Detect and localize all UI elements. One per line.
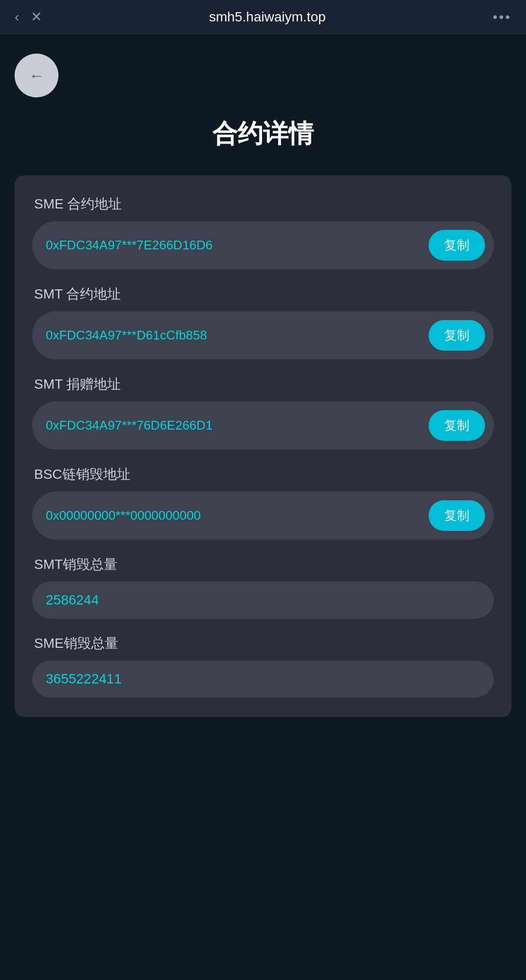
field-label-sme-burn-total: SME销毁总量 <box>32 634 494 653</box>
field-group-smt-contract: SMT 合约地址0xFDC34A97***D61cCfb858复制 <box>32 285 494 359</box>
field-label-sme-contract: SME 合约地址 <box>32 195 494 213</box>
field-value-smt-donation: 0xFDC34A97***76D6E266D1 <box>46 418 421 433</box>
browser-back-icon[interactable]: ‹ <box>15 9 19 25</box>
browser-close-icon[interactable]: ✕ <box>31 9 42 25</box>
back-arrow-icon: ← <box>29 67 44 85</box>
fields-container: SME 合约地址0xFDC34A97***7E266D16D6复制SMT 合约地… <box>32 195 494 697</box>
field-group-sme-burn-total: SME销毁总量3655222411 <box>32 634 494 697</box>
field-value-bsc-burn: 0x00000000***0000000000 <box>46 508 421 523</box>
field-input-row-bsc-burn: 0x00000000***0000000000复制 <box>32 491 494 540</box>
browser-nav: ‹ ✕ <box>15 9 42 25</box>
field-group-bsc-burn: BSC链销毁地址0x00000000***0000000000复制 <box>32 465 494 540</box>
browser-bar: ‹ ✕ smh5.haiwaiym.top ••• <box>0 0 526 34</box>
field-label-bsc-burn: BSC链销毁地址 <box>32 465 494 484</box>
copy-button-smt-donation[interactable]: 复制 <box>429 410 485 441</box>
back-button[interactable]: ← <box>15 54 58 97</box>
field-group-sme-contract: SME 合约地址0xFDC34A97***7E266D16D6复制 <box>32 195 494 269</box>
contract-details-card: SME 合约地址0xFDC34A97***7E266D16D6复制SMT 合约地… <box>15 175 511 717</box>
browser-url: smh5.haiwaiym.top <box>209 9 326 25</box>
browser-menu-icon[interactable]: ••• <box>493 9 511 25</box>
field-label-smt-contract: SMT 合约地址 <box>32 285 494 303</box>
field-input-row-sme-contract: 0xFDC34A97***7E266D16D6复制 <box>32 221 494 269</box>
field-label-smt-donation: SMT 捐赠地址 <box>32 375 494 394</box>
field-input-row-smt-donation: 0xFDC34A97***76D6E266D1复制 <box>32 401 494 450</box>
page-title: 合约详情 <box>15 117 511 151</box>
field-value-smt-contract: 0xFDC34A97***D61cCfb858 <box>46 328 421 343</box>
field-input-row-smt-contract: 0xFDC34A97***D61cCfb858复制 <box>32 311 494 359</box>
field-input-only-smt-burn-total: 2586244 <box>32 582 494 619</box>
field-value-sme-contract: 0xFDC34A97***7E266D16D6 <box>46 238 421 253</box>
main-content: ← 合约详情 SME 合约地址0xFDC34A97***7E266D16D6复制… <box>0 34 526 736</box>
field-label-smt-burn-total: SMT销毁总量 <box>32 555 494 574</box>
field-value-sme-burn-total: 3655222411 <box>46 671 480 687</box>
field-group-smt-donation: SMT 捐赠地址0xFDC34A97***76D6E266D1复制 <box>32 375 494 450</box>
copy-button-bsc-burn[interactable]: 复制 <box>429 500 485 531</box>
field-group-smt-burn-total: SMT销毁总量2586244 <box>32 555 494 619</box>
field-input-only-sme-burn-total: 3655222411 <box>32 660 494 697</box>
copy-button-smt-contract[interactable]: 复制 <box>429 320 485 351</box>
field-value-smt-burn-total: 2586244 <box>46 592 480 608</box>
copy-button-sme-contract[interactable]: 复制 <box>429 230 485 261</box>
